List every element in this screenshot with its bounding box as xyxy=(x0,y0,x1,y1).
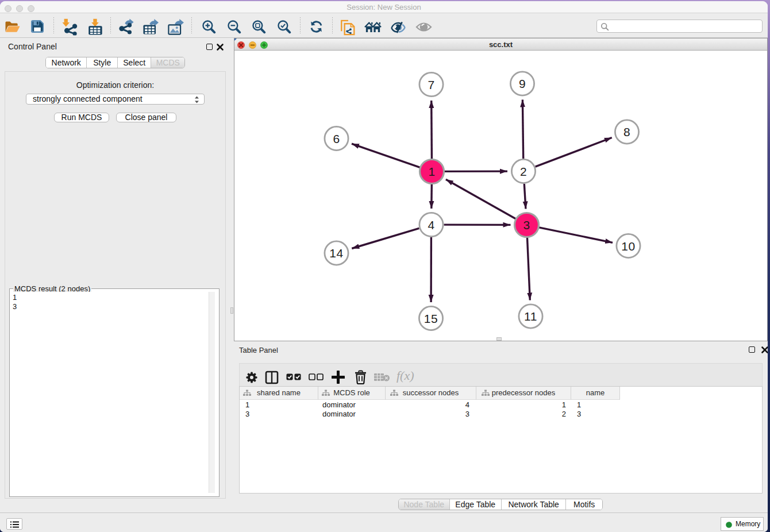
svg-text:9: 9 xyxy=(519,77,526,90)
svg-text:14: 14 xyxy=(329,246,343,260)
svg-text:2: 2 xyxy=(520,165,527,178)
svg-text:3: 3 xyxy=(523,218,530,232)
svg-text:4: 4 xyxy=(428,218,434,232)
svg-text:1: 1 xyxy=(428,165,435,178)
svg-text:10: 10 xyxy=(621,240,635,253)
svg-text:15: 15 xyxy=(424,312,438,325)
svg-text:8: 8 xyxy=(623,125,630,138)
svg-text:6: 6 xyxy=(333,132,340,145)
svg-text:11: 11 xyxy=(524,310,537,323)
svg-text:7: 7 xyxy=(428,78,434,91)
